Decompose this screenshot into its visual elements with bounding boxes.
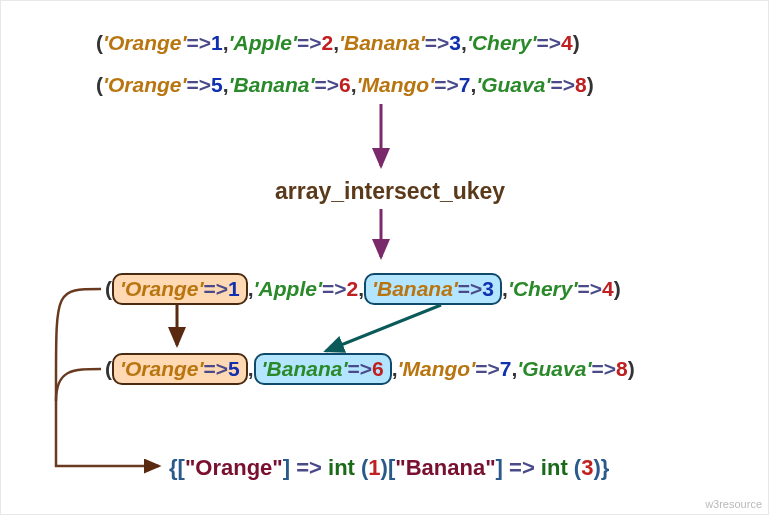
key-text: 'Chery' [467,31,537,54]
pair-guava: 'Guava'=>8 [476,73,586,96]
pill-banana: 'Banana'=>3 [364,273,502,305]
assoc-arrow: => [591,357,616,380]
pill-banana: 'Banana'=>6 [254,353,392,385]
pair-guava: 'Guava'=>8 [517,357,627,380]
pair-orange: 'Orange'=>5 [103,73,223,96]
assoc-arrow: => [187,31,212,54]
key-text: 'Chery' [508,277,578,300]
close-paren: ) [381,455,388,480]
pair-banana: 'Banana'=>3 [339,31,461,54]
assoc-arrow: => [204,277,229,300]
assoc-arrow: => [503,455,541,480]
pill-orange: 'Orange'=>5 [112,353,248,385]
value-text: 6 [339,73,351,96]
assoc-arrow: => [314,73,339,96]
result-output: {["Orange"] => int (1)["Banana"] => int … [169,455,609,481]
attribution-text: w3resource [705,498,762,510]
value-text: 3 [449,31,461,54]
assoc-arrow: => [425,31,450,54]
assoc-arrow: => [347,357,372,380]
close-paren: ) [587,73,594,96]
assoc-arrow: => [204,357,229,380]
pill-orange: 'Orange'=>1 [112,273,248,305]
close-bracket: ] [283,455,290,480]
value-text: 7 [500,357,512,380]
result-key: "Banana" [395,455,495,480]
result-val: 1 [368,455,380,480]
key-text: 'Guava' [476,73,550,96]
value-text: 5 [228,357,240,380]
open-paren: ( [96,31,103,54]
int-word: int [328,455,361,480]
assoc-arrow: => [290,455,328,480]
arrow-banana-match [326,305,441,351]
key-text: 'Banana' [339,31,425,54]
open-paren: ( [96,73,103,96]
value-text: 1 [228,277,240,300]
value-text: 5 [211,73,223,96]
key-text: 'Banana' [229,73,315,96]
assoc-arrow: => [187,73,212,96]
close-bracket: ] [496,455,503,480]
value-text: 8 [575,73,587,96]
input-array-2-highlighted: ('Orange'=>5,'Banana'=>6,'Mango'=>7,'Gua… [105,353,635,385]
pair-chery: 'Chery'=>4 [467,31,573,54]
pair-chery: 'Chery'=>4 [508,277,614,300]
int-word: int [541,455,574,480]
assoc-arrow: => [550,73,575,96]
assoc-arrow: => [475,357,500,380]
assoc-arrow: => [434,73,459,96]
close-brace: } [601,455,610,480]
arrow-to-result-branch [56,369,101,401]
pair-apple: 'Apple'=>2 [254,277,359,300]
value-text: 4 [602,277,614,300]
input-array-1: ('Orange'=>1,'Apple'=>2,'Banana'=>3,'Che… [96,31,580,55]
value-text: 2 [346,277,358,300]
key-text: 'Banana' [262,357,348,380]
pair-orange: 'Orange'=>1 [103,31,223,54]
pair-mango: 'Mango'=>7 [357,73,471,96]
key-text: 'Mango' [357,73,435,96]
assoc-arrow: => [322,277,347,300]
close-paren: ) [614,277,621,300]
value-text: 6 [372,357,384,380]
comma: , [248,357,254,380]
open-brace: { [169,455,178,480]
value-text: 4 [561,31,573,54]
value-text: 7 [459,73,471,96]
key-text: 'Apple' [254,277,322,300]
pair-banana: 'Banana'=>6 [229,73,351,96]
key-text: 'Guava' [517,357,591,380]
value-text: 2 [321,31,333,54]
close-paren: ) [628,357,635,380]
assoc-arrow: => [536,31,561,54]
key-text: 'Orange' [103,73,187,96]
value-text: 8 [616,357,628,380]
result-key: "Orange" [185,455,283,480]
open-paren: ( [105,357,112,380]
pair-apple: 'Apple'=>2 [229,31,334,54]
assoc-arrow: => [577,277,602,300]
key-text: 'Orange' [103,31,187,54]
assoc-arrow: => [458,277,483,300]
key-text: 'Mango' [398,357,476,380]
result-val: 3 [581,455,593,480]
function-name: array_intersect_ukey [275,178,505,205]
value-text: 1 [211,31,223,54]
input-array-2: ('Orange'=>5,'Banana'=>6,'Mango'=>7,'Gua… [96,73,594,97]
close-paren: ) [573,31,580,54]
key-text: 'Orange' [120,277,204,300]
close-paren: ) [593,455,600,480]
value-text: 3 [482,277,494,300]
pair-mango: 'Mango'=>7 [398,357,512,380]
key-text: 'Apple' [229,31,297,54]
assoc-arrow: => [297,31,322,54]
key-text: 'Banana' [372,277,458,300]
open-bracket: [ [178,455,185,480]
key-text: 'Orange' [120,357,204,380]
open-paren: ( [105,277,112,300]
input-array-1-highlighted: ('Orange'=>1,'Apple'=>2,'Banana'=>3,'Che… [105,273,621,305]
